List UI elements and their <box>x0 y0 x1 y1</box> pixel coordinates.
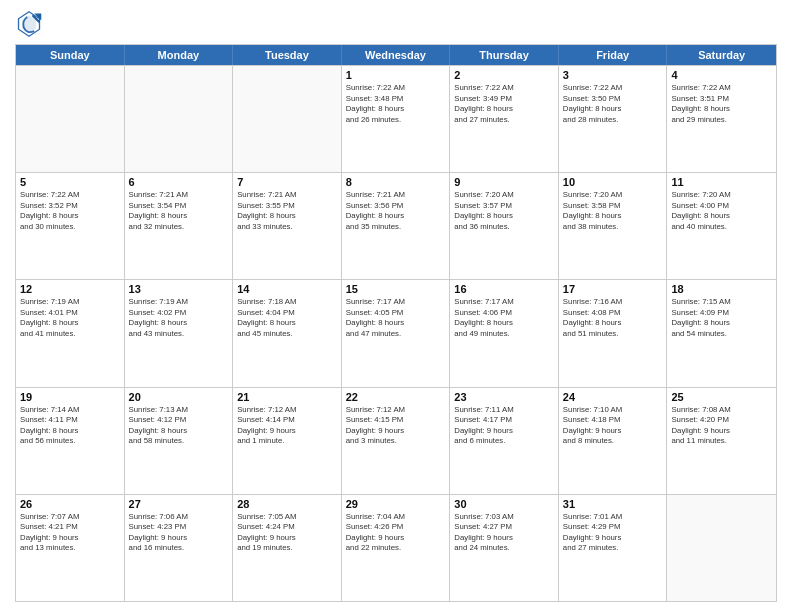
day-cell-25: 25Sunrise: 7:08 AM Sunset: 4:20 PM Dayli… <box>667 388 776 494</box>
day-info: Sunrise: 7:04 AM Sunset: 4:26 PM Dayligh… <box>346 512 446 554</box>
day-number: 27 <box>129 498 229 510</box>
day-number: 19 <box>20 391 120 403</box>
day-info: Sunrise: 7:18 AM Sunset: 4:04 PM Dayligh… <box>237 297 337 339</box>
day-number: 20 <box>129 391 229 403</box>
day-info: Sunrise: 7:08 AM Sunset: 4:20 PM Dayligh… <box>671 405 772 447</box>
day-cell-30: 30Sunrise: 7:03 AM Sunset: 4:27 PM Dayli… <box>450 495 559 601</box>
day-number: 1 <box>346 69 446 81</box>
logo-icon <box>15 10 43 38</box>
empty-cell <box>125 66 234 172</box>
day-cell-4: 4Sunrise: 7:22 AM Sunset: 3:51 PM Daylig… <box>667 66 776 172</box>
day-cell-1: 1Sunrise: 7:22 AM Sunset: 3:48 PM Daylig… <box>342 66 451 172</box>
day-info: Sunrise: 7:06 AM Sunset: 4:23 PM Dayligh… <box>129 512 229 554</box>
week-row-1: 1Sunrise: 7:22 AM Sunset: 3:48 PM Daylig… <box>16 65 776 172</box>
header-day-wednesday: Wednesday <box>342 45 451 65</box>
day-info: Sunrise: 7:19 AM Sunset: 4:02 PM Dayligh… <box>129 297 229 339</box>
calendar-body: 1Sunrise: 7:22 AM Sunset: 3:48 PM Daylig… <box>16 65 776 601</box>
day-cell-12: 12Sunrise: 7:19 AM Sunset: 4:01 PM Dayli… <box>16 280 125 386</box>
day-cell-5: 5Sunrise: 7:22 AM Sunset: 3:52 PM Daylig… <box>16 173 125 279</box>
week-row-5: 26Sunrise: 7:07 AM Sunset: 4:21 PM Dayli… <box>16 494 776 601</box>
day-cell-14: 14Sunrise: 7:18 AM Sunset: 4:04 PM Dayli… <box>233 280 342 386</box>
day-cell-7: 7Sunrise: 7:21 AM Sunset: 3:55 PM Daylig… <box>233 173 342 279</box>
day-number: 13 <box>129 283 229 295</box>
day-info: Sunrise: 7:21 AM Sunset: 3:55 PM Dayligh… <box>237 190 337 232</box>
day-info: Sunrise: 7:17 AM Sunset: 4:05 PM Dayligh… <box>346 297 446 339</box>
day-info: Sunrise: 7:17 AM Sunset: 4:06 PM Dayligh… <box>454 297 554 339</box>
logo <box>15 10 47 38</box>
week-row-3: 12Sunrise: 7:19 AM Sunset: 4:01 PM Dayli… <box>16 279 776 386</box>
day-info: Sunrise: 7:19 AM Sunset: 4:01 PM Dayligh… <box>20 297 120 339</box>
empty-cell <box>16 66 125 172</box>
day-cell-29: 29Sunrise: 7:04 AM Sunset: 4:26 PM Dayli… <box>342 495 451 601</box>
day-cell-18: 18Sunrise: 7:15 AM Sunset: 4:09 PM Dayli… <box>667 280 776 386</box>
day-cell-20: 20Sunrise: 7:13 AM Sunset: 4:12 PM Dayli… <box>125 388 234 494</box>
day-cell-27: 27Sunrise: 7:06 AM Sunset: 4:23 PM Dayli… <box>125 495 234 601</box>
day-info: Sunrise: 7:07 AM Sunset: 4:21 PM Dayligh… <box>20 512 120 554</box>
day-number: 16 <box>454 283 554 295</box>
day-number: 4 <box>671 69 772 81</box>
day-number: 21 <box>237 391 337 403</box>
day-number: 3 <box>563 69 663 81</box>
day-number: 9 <box>454 176 554 188</box>
day-number: 17 <box>563 283 663 295</box>
day-info: Sunrise: 7:21 AM Sunset: 3:56 PM Dayligh… <box>346 190 446 232</box>
day-cell-24: 24Sunrise: 7:10 AM Sunset: 4:18 PM Dayli… <box>559 388 668 494</box>
day-number: 28 <box>237 498 337 510</box>
day-cell-13: 13Sunrise: 7:19 AM Sunset: 4:02 PM Dayli… <box>125 280 234 386</box>
day-number: 25 <box>671 391 772 403</box>
empty-cell <box>667 495 776 601</box>
day-info: Sunrise: 7:12 AM Sunset: 4:14 PM Dayligh… <box>237 405 337 447</box>
day-info: Sunrise: 7:22 AM Sunset: 3:48 PM Dayligh… <box>346 83 446 125</box>
calendar: SundayMondayTuesdayWednesdayThursdayFrid… <box>15 44 777 602</box>
day-number: 11 <box>671 176 772 188</box>
day-cell-3: 3Sunrise: 7:22 AM Sunset: 3:50 PM Daylig… <box>559 66 668 172</box>
day-cell-16: 16Sunrise: 7:17 AM Sunset: 4:06 PM Dayli… <box>450 280 559 386</box>
day-cell-8: 8Sunrise: 7:21 AM Sunset: 3:56 PM Daylig… <box>342 173 451 279</box>
day-number: 8 <box>346 176 446 188</box>
day-info: Sunrise: 7:21 AM Sunset: 3:54 PM Dayligh… <box>129 190 229 232</box>
day-cell-22: 22Sunrise: 7:12 AM Sunset: 4:15 PM Dayli… <box>342 388 451 494</box>
day-cell-9: 9Sunrise: 7:20 AM Sunset: 3:57 PM Daylig… <box>450 173 559 279</box>
day-info: Sunrise: 7:16 AM Sunset: 4:08 PM Dayligh… <box>563 297 663 339</box>
header-day-sunday: Sunday <box>16 45 125 65</box>
day-cell-2: 2Sunrise: 7:22 AM Sunset: 3:49 PM Daylig… <box>450 66 559 172</box>
day-number: 29 <box>346 498 446 510</box>
day-info: Sunrise: 7:22 AM Sunset: 3:50 PM Dayligh… <box>563 83 663 125</box>
day-number: 7 <box>237 176 337 188</box>
day-info: Sunrise: 7:20 AM Sunset: 4:00 PM Dayligh… <box>671 190 772 232</box>
day-info: Sunrise: 7:13 AM Sunset: 4:12 PM Dayligh… <box>129 405 229 447</box>
day-number: 15 <box>346 283 446 295</box>
day-number: 12 <box>20 283 120 295</box>
day-info: Sunrise: 7:01 AM Sunset: 4:29 PM Dayligh… <box>563 512 663 554</box>
header-day-thursday: Thursday <box>450 45 559 65</box>
header <box>15 10 777 38</box>
day-cell-31: 31Sunrise: 7:01 AM Sunset: 4:29 PM Dayli… <box>559 495 668 601</box>
day-cell-23: 23Sunrise: 7:11 AM Sunset: 4:17 PM Dayli… <box>450 388 559 494</box>
day-cell-28: 28Sunrise: 7:05 AM Sunset: 4:24 PM Dayli… <box>233 495 342 601</box>
day-number: 30 <box>454 498 554 510</box>
day-number: 14 <box>237 283 337 295</box>
day-number: 24 <box>563 391 663 403</box>
day-cell-26: 26Sunrise: 7:07 AM Sunset: 4:21 PM Dayli… <box>16 495 125 601</box>
day-cell-10: 10Sunrise: 7:20 AM Sunset: 3:58 PM Dayli… <box>559 173 668 279</box>
empty-cell <box>233 66 342 172</box>
week-row-2: 5Sunrise: 7:22 AM Sunset: 3:52 PM Daylig… <box>16 172 776 279</box>
day-number: 10 <box>563 176 663 188</box>
day-info: Sunrise: 7:10 AM Sunset: 4:18 PM Dayligh… <box>563 405 663 447</box>
header-day-monday: Monday <box>125 45 234 65</box>
day-info: Sunrise: 7:05 AM Sunset: 4:24 PM Dayligh… <box>237 512 337 554</box>
day-info: Sunrise: 7:22 AM Sunset: 3:52 PM Dayligh… <box>20 190 120 232</box>
day-info: Sunrise: 7:20 AM Sunset: 3:57 PM Dayligh… <box>454 190 554 232</box>
header-day-friday: Friday <box>559 45 668 65</box>
day-info: Sunrise: 7:22 AM Sunset: 3:49 PM Dayligh… <box>454 83 554 125</box>
calendar-header: SundayMondayTuesdayWednesdayThursdayFrid… <box>16 45 776 65</box>
day-number: 22 <box>346 391 446 403</box>
day-number: 23 <box>454 391 554 403</box>
page: SundayMondayTuesdayWednesdayThursdayFrid… <box>0 0 792 612</box>
day-info: Sunrise: 7:22 AM Sunset: 3:51 PM Dayligh… <box>671 83 772 125</box>
day-cell-21: 21Sunrise: 7:12 AM Sunset: 4:14 PM Dayli… <box>233 388 342 494</box>
day-info: Sunrise: 7:11 AM Sunset: 4:17 PM Dayligh… <box>454 405 554 447</box>
day-cell-11: 11Sunrise: 7:20 AM Sunset: 4:00 PM Dayli… <box>667 173 776 279</box>
day-cell-17: 17Sunrise: 7:16 AM Sunset: 4:08 PM Dayli… <box>559 280 668 386</box>
day-number: 2 <box>454 69 554 81</box>
